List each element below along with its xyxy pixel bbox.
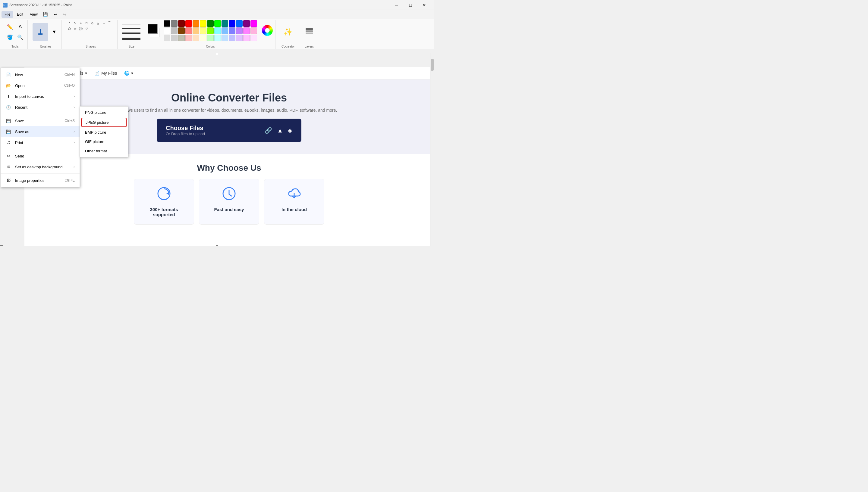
swatch-brown[interactable] [178, 27, 185, 34]
swatch-lime[interactable] [214, 20, 221, 27]
swatch-yellow[interactable] [200, 20, 207, 27]
swatch-rosepink[interactable] [185, 34, 192, 41]
menu-view[interactable]: View [27, 11, 41, 18]
restore-button[interactable]: □ [403, 0, 417, 10]
nav-myfiles[interactable]: 📄 My Files [94, 71, 117, 76]
choose-files-button[interactable]: Choose Files Or Drop files to upload 🔗 ▲… [157, 119, 301, 142]
menu-item-properties[interactable]: 🖼 Image properties Ctrl+E [1, 175, 79, 186]
heart-shape[interactable]: ♡ [84, 26, 89, 31]
zigzag-shape[interactable]: ⌒ [107, 20, 112, 26]
swatch-lightyellow[interactable] [200, 27, 207, 34]
swatch-magenta[interactable] [251, 20, 257, 27]
swatch-violet[interactable] [236, 27, 243, 34]
handle-top[interactable] [216, 53, 218, 55]
undo-button[interactable]: ↩ [51, 11, 60, 18]
swatch-white[interactable] [164, 27, 170, 34]
swatch-orchid[interactable] [243, 27, 250, 34]
saveas-other[interactable]: Other format [80, 146, 128, 156]
menu-item-new[interactable]: 📄 New Ctrl+N [1, 69, 79, 80]
globe-icon: 🌐 [124, 71, 129, 76]
saveas-bmp[interactable]: BMP picture [80, 128, 128, 137]
pentagon-shape[interactable]: ⬠ [67, 26, 72, 31]
swatch-teal[interactable] [221, 20, 228, 27]
swatch-green[interactable] [207, 20, 214, 27]
swatch-silver[interactable] [171, 27, 178, 34]
swatch-lightsteelblue[interactable] [221, 34, 228, 41]
swatch-skyblue[interactable] [221, 27, 228, 34]
zoom-tool-button[interactable]: 🔍 [15, 32, 25, 42]
menu-edit[interactable]: Edit [14, 11, 26, 18]
swatch-gray[interactable] [171, 20, 178, 27]
swatch-aqua[interactable] [214, 27, 221, 34]
brush-button[interactable] [32, 23, 48, 41]
pencil-tool-button[interactable]: ✏️ [5, 22, 15, 32]
swatch-blue[interactable] [229, 20, 235, 27]
menu-item-desktop[interactable]: 🖥 Set as desktop background › [1, 162, 79, 172]
minimize-button[interactable]: ─ [390, 0, 403, 10]
saveas-submenu: PNG picture JPEG picture BMP picture GIF… [80, 106, 128, 157]
rect-shape[interactable]: □ [84, 20, 89, 26]
diamond-shape[interactable]: ◇ [90, 20, 95, 26]
quick-save-button[interactable]: 💾 [43, 11, 49, 18]
saveas-gif[interactable]: GIF picture [80, 137, 128, 146]
swatch-lightpink[interactable] [251, 27, 257, 34]
menu-item-print[interactable]: 🖨 Print › [1, 137, 79, 148]
menu-item-saveas[interactable]: 💾 Save as › [1, 126, 79, 137]
fill-tool-button[interactable]: 🪣 [5, 32, 15, 42]
swatch-lightcyan[interactable] [214, 34, 221, 41]
swatch-lightgray2[interactable] [171, 34, 178, 41]
swatch-pink[interactable] [185, 27, 192, 34]
saveas-jpeg[interactable]: JPEG picture [81, 118, 126, 127]
swatch-thistle[interactable] [236, 34, 243, 41]
size-2[interactable] [122, 28, 140, 29]
swatch-ivory[interactable] [200, 34, 207, 41]
menu-item-open[interactable]: 📂 Open Ctrl+O [1, 80, 79, 91]
swatch-chartreuse[interactable] [207, 27, 214, 34]
star-shape[interactable]: ☆ [72, 26, 78, 31]
swatch-lavender[interactable] [229, 34, 235, 41]
saveas-png[interactable]: PNG picture [80, 108, 128, 117]
triangle-shape[interactable]: △ [95, 20, 101, 26]
size-3[interactable] [122, 32, 140, 34]
size-4[interactable] [122, 38, 140, 40]
curve-shape[interactable]: ∿ [72, 20, 78, 26]
swatch-black[interactable] [164, 20, 170, 27]
swatch-lightgray1[interactable] [164, 34, 170, 41]
swatch-periwinkle[interactable] [229, 27, 235, 34]
swatch-mint[interactable] [207, 34, 214, 41]
bubble-shape[interactable]: 💬 [78, 26, 84, 31]
foreground-color[interactable] [148, 24, 158, 34]
swatch-orange[interactable] [193, 20, 199, 27]
swatch-darkred[interactable] [178, 20, 185, 27]
circle-shape[interactable]: ○ [78, 20, 84, 26]
swatch-peach[interactable] [193, 27, 199, 34]
open-label: Open [15, 83, 61, 88]
close-button[interactable]: ✕ [417, 0, 431, 10]
app-icon: P [3, 3, 7, 7]
text-tool-button[interactable]: A [15, 22, 25, 32]
color-wheel[interactable] [262, 25, 273, 36]
menu-item-save[interactable]: 💾 Save Ctrl+S [1, 115, 79, 126]
arrow-shape[interactable]: → [101, 20, 107, 26]
layers-icon[interactable] [304, 26, 314, 37]
swatch-red[interactable] [185, 20, 192, 27]
menu-file[interactable]: File [1, 11, 13, 18]
line-shape[interactable]: / [67, 20, 72, 26]
swatch-lightblue[interactable] [236, 20, 243, 27]
why-title: Why Choose Us [30, 163, 428, 173]
feature-cloud: In the cloud [264, 179, 324, 225]
size-1[interactable] [122, 24, 140, 24]
swatch-tan[interactable] [178, 34, 185, 41]
handle-bottomleft[interactable] [0, 245, 3, 246]
swatch-purple[interactable] [243, 20, 250, 27]
menu-item-send[interactable]: ✉ Send [1, 151, 79, 162]
color-row-2 [164, 27, 257, 34]
swatch-bisque[interactable] [193, 34, 199, 41]
swatch-plum[interactable] [243, 34, 250, 41]
brush-expand-button[interactable]: ▼ [49, 27, 59, 37]
nav-language[interactable]: 🌐 ▾ [124, 71, 133, 76]
menu-item-recent[interactable]: 🕐 Recent › [1, 102, 79, 113]
menu-item-import[interactable]: ⬇ Import to canvas › [1, 91, 79, 102]
swatch-lavenderblush[interactable] [251, 34, 257, 41]
redo-button[interactable]: ↪ [61, 11, 69, 18]
